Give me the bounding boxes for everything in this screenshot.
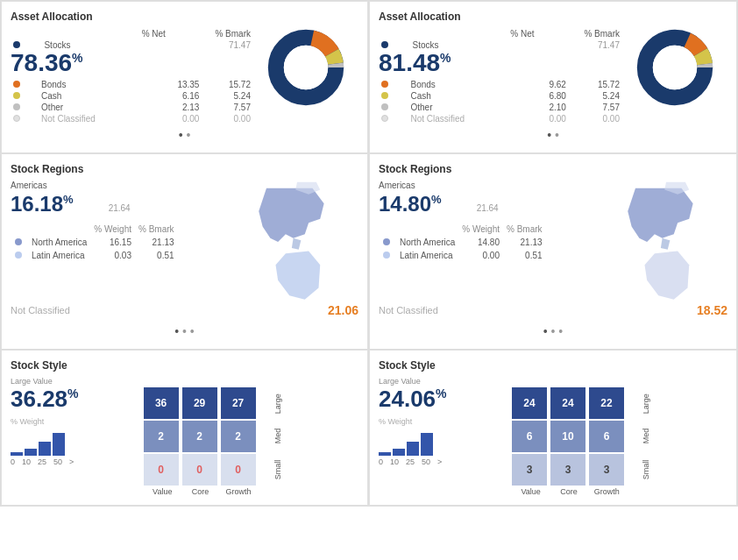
col-header-net-left: % Net <box>108 28 168 39</box>
dot-indicator-sr-left: • • • <box>11 321 358 340</box>
bar-scale-labels-left: 0102550> <box>11 457 137 466</box>
col-header-bmark-left: % Bmark <box>168 28 253 39</box>
donut-chart-left <box>266 28 345 107</box>
style-cell: 2 <box>221 421 256 452</box>
stock-style-right-title: Stock Style <box>379 359 727 372</box>
axis-large-right: Large <box>642 387 650 420</box>
not-classified-val-right: 18.52 <box>697 303 727 317</box>
americas-map-left <box>236 181 358 294</box>
stock-regions-right-title: Stock Regions <box>379 163 727 175</box>
stock-style-left-title: Stock Style <box>11 359 358 372</box>
style-cell: 0 <box>144 454 179 486</box>
stock-regions-right: Stock Regions Americas 14.80% 21.64 % We… <box>369 153 737 350</box>
stock-regions-left-title: Stock Regions <box>11 163 358 175</box>
pct-weight-label-left: % Weight <box>11 417 137 426</box>
axis-large-left: Large <box>273 387 282 420</box>
stock-style-left: Stock Style Large Value 36.28% % Weight <box>1 350 368 506</box>
americas-label-left: Americas <box>11 181 236 190</box>
dot-indicator-aa-left: • • <box>11 124 358 144</box>
americas-pct-left: 16.18% <box>11 192 74 216</box>
svg-point-4 <box>284 46 328 89</box>
bar-scale-left <box>11 429 137 456</box>
stock-style-right: Stock Style Large Value 24.06% % Weight <box>369 350 737 506</box>
style-cell: 0 <box>182 454 217 486</box>
stock-regions-left: Stock Regions Americas 16.18% 21.64 % We… <box>1 153 368 350</box>
style-grid-right: 24 24 22 6 10 6 3 3 3 <box>512 387 626 486</box>
pct-weight-label-right: % Weight <box>379 417 505 426</box>
style-cell: 24 <box>512 387 547 419</box>
style-cell: 3 <box>589 454 624 486</box>
svg-point-9 <box>653 46 697 89</box>
style-cell: 24 <box>550 387 585 419</box>
style-axis-bottom-right: Value Core Growth <box>512 487 626 496</box>
axis-small-left: Small <box>273 453 282 486</box>
not-classified-label-right: Not Classified <box>379 305 697 315</box>
not-classified-label-left: Not Classified <box>11 305 328 315</box>
americas-bmark-right: 21.64 <box>477 203 499 213</box>
style-axis-bottom-left: Value Core Growth <box>144 487 258 496</box>
axis-small-right: Small <box>642 453 650 486</box>
bar-scale-labels-right: 0102550> <box>379 457 505 466</box>
style-cell: 22 <box>589 387 624 419</box>
donut-chart-right <box>635 28 714 107</box>
col-header-bmark-right: % Bmark <box>537 28 622 39</box>
asset-allocation-right: Asset Allocation % Net % Bmark Stocks <box>369 1 737 153</box>
americas-bmark-left: 21.64 <box>109 203 131 213</box>
style-cell: 2 <box>144 421 179 452</box>
asset-allocation-right-title: Asset Allocation <box>379 11 727 23</box>
style-cell: 6 <box>589 421 624 452</box>
style-cell: 3 <box>550 454 585 486</box>
asset-allocation-left-title: Asset Allocation <box>11 11 358 23</box>
col-header-net-right: % Net <box>476 28 537 39</box>
style-grid-left: 36 29 27 2 2 2 0 0 0 <box>144 387 258 486</box>
stocks-big-percent-right: 81.48% <box>379 51 622 75</box>
style-cell: 6 <box>512 421 547 452</box>
dot-indicator-aa-right: • • <box>379 124 727 144</box>
stock-style-left-subtitle: Large Value <box>11 377 358 386</box>
style-cell: 10 <box>550 421 585 452</box>
asset-allocation-left: Asset Allocation % Net % Bmark Stocks <box>1 1 368 153</box>
axis-med-left: Med <box>273 420 282 452</box>
stocks-big-percent-left: 78.36% <box>11 51 253 75</box>
main-grid: Asset Allocation % Net % Bmark Stocks <box>0 0 738 507</box>
stock-style-right-subtitle: Large Value <box>379 377 727 386</box>
style-cell: 3 <box>512 454 547 486</box>
style-cell: 2 <box>182 421 217 452</box>
style-cell: 29 <box>182 387 217 419</box>
style-cell: 27 <box>221 387 256 419</box>
americas-map-right <box>605 181 727 294</box>
not-classified-val-left: 21.06 <box>328 303 358 317</box>
americas-label-right: Americas <box>379 181 605 190</box>
stock-style-pct-right: 24.06% <box>379 387 505 410</box>
bar-scale-right <box>379 429 505 456</box>
americas-pct-right: 14.80% <box>379 192 442 216</box>
stock-style-pct-left: 36.28% <box>11 387 137 410</box>
axis-med-right: Med <box>642 420 650 452</box>
style-cell: 36 <box>144 387 179 419</box>
dot-indicator-sr-right: • • • <box>379 321 727 340</box>
style-cell: 0 <box>221 454 256 486</box>
